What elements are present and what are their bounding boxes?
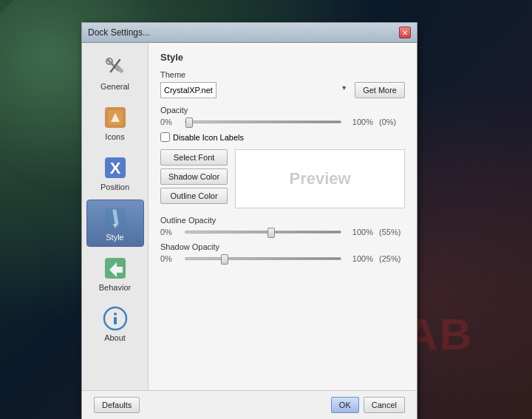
theme-label: Theme	[160, 70, 405, 79]
icons-icon	[102, 104, 129, 131]
opacity-min: 0%	[160, 117, 179, 126]
dialog-footer: Defaults OK Cancel	[82, 390, 417, 419]
select-font-button[interactable]: Select Font	[160, 149, 228, 166]
dock-settings-dialog: Dock Settings... ✕ General	[81, 22, 417, 419]
outline-opacity-row: 0% 100% (55%)	[160, 228, 405, 236]
sidebar-item-behavior[interactable]: Behavior	[86, 250, 144, 297]
sidebar-label-position: Position	[100, 183, 129, 191]
buttons-preview-row: Select Font Shadow Color Outline Color P…	[160, 149, 405, 208]
opacity-label: Opacity	[160, 106, 405, 115]
outline-color-button[interactable]: Outline Color	[160, 188, 228, 204]
dialog-title: Dock Settings...	[88, 27, 150, 38]
shadow-opacity-label: Shadow Opacity	[160, 242, 405, 251]
svg-point-13	[114, 313, 117, 316]
outline-opacity-max: 100%	[347, 228, 373, 236]
sidebar-item-position[interactable]: X Position	[86, 149, 144, 197]
sidebar-item-style[interactable]: Style	[86, 200, 144, 247]
shadow-opacity-min: 0%	[160, 254, 179, 263]
disable-icon-labels-checkbox[interactable]	[160, 132, 170, 142]
font-buttons: Select Font Shadow Color Outline Color	[160, 149, 228, 208]
svg-rect-14	[114, 317, 117, 324]
outline-opacity-current: (55%)	[379, 228, 405, 236]
sidebar-item-about[interactable]: About	[86, 300, 144, 347]
about-icon	[102, 305, 129, 332]
shadow-opacity-max: 100%	[347, 254, 373, 263]
shadow-opacity-row: 0% 100% (25%)	[160, 254, 405, 263]
preview-box: Preview	[235, 149, 405, 208]
general-icon	[102, 54, 129, 81]
close-button[interactable]: ✕	[399, 27, 411, 38]
sidebar-label-icons: Icons	[105, 132, 124, 141]
shadow-color-button[interactable]: Shadow Color	[160, 168, 228, 185]
get-more-button[interactable]: Get More	[355, 82, 405, 98]
svg-text:X: X	[109, 159, 120, 177]
sidebar-item-icons[interactable]: Icons	[86, 99, 144, 146]
opacity-current: (0%)	[379, 117, 405, 126]
outline-opacity-thumb[interactable]	[267, 228, 275, 238]
shadow-opacity-thumb[interactable]	[221, 254, 228, 265]
sidebar: General Icons X Position	[82, 43, 149, 390]
sidebar-label-style: Style	[106, 233, 123, 242]
style-icon	[102, 205, 129, 231]
cancel-button[interactable]: Cancel	[364, 397, 405, 413]
sidebar-label-behavior: Behavior	[99, 283, 131, 292]
opacity-row: 0% 100% (0%)	[160, 117, 405, 126]
title-bar: Dock Settings... ✕	[82, 23, 417, 43]
position-icon: X	[102, 154, 129, 181]
shadow-opacity-slider[interactable]	[185, 257, 341, 260]
sidebar-label-about: About	[104, 333, 126, 342]
disable-icon-labels-row: Disable Icon Labels	[160, 132, 405, 142]
outline-opacity-slider[interactable]	[185, 231, 341, 234]
outline-opacity-min: 0%	[160, 228, 179, 236]
sidebar-item-general[interactable]: General	[86, 49, 144, 96]
opacity-slider[interactable]	[185, 120, 341, 123]
dialog-body: General Icons X Position	[82, 43, 417, 390]
opacity-thumb[interactable]	[185, 117, 193, 128]
footer-right-buttons: OK Cancel	[331, 397, 405, 413]
content-area: Style Theme CrystalXP.net Get More Opaci…	[149, 43, 417, 390]
defaults-button[interactable]: Defaults	[94, 397, 140, 413]
disable-icon-labels-label[interactable]: Disable Icon Labels	[173, 133, 244, 142]
theme-select[interactable]: CrystalXP.net	[160, 82, 216, 98]
shadow-opacity-current: (25%)	[379, 254, 405, 263]
theme-row: CrystalXP.net Get More	[160, 82, 405, 98]
preview-text: Preview	[289, 169, 350, 188]
opacity-max: 100%	[347, 117, 373, 126]
theme-select-wrapper: CrystalXP.net	[160, 82, 350, 98]
ok-button[interactable]: OK	[331, 397, 359, 413]
section-title: Style	[160, 52, 405, 63]
behavior-icon	[102, 255, 129, 282]
outline-opacity-label: Outline Opacity	[160, 216, 405, 225]
sidebar-label-general: General	[100, 82, 129, 91]
